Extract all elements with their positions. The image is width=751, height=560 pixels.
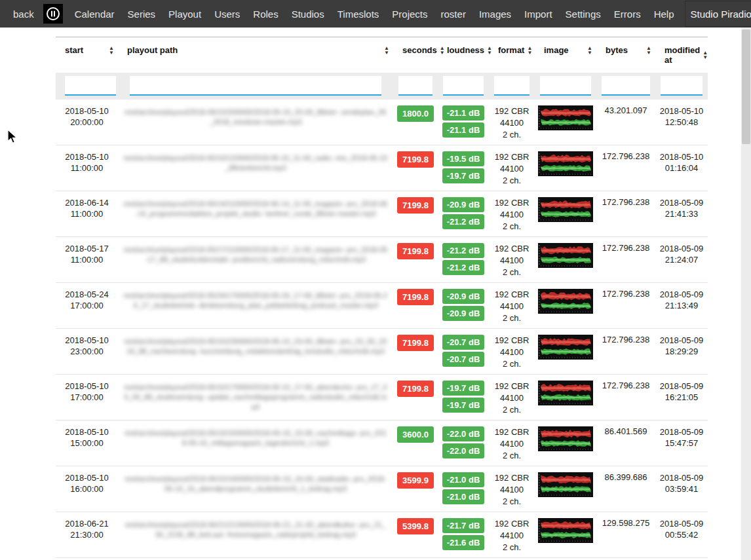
- column-header-modified-at[interactable]: modified at ▲▼: [655, 37, 708, 73]
- filter-input-loudness[interactable]: [443, 76, 484, 96]
- loudness-badge: -20.7 dB: [442, 335, 484, 350]
- nav-item-calendar[interactable]: Calendar: [68, 9, 121, 20]
- nav-item-series[interactable]: Series: [121, 9, 163, 20]
- loudness-badge: -20.9 dB: [442, 306, 484, 321]
- format-cell: 192 CBR441002 ch.: [489, 558, 535, 560]
- loudness-badge: -19.5 dB: [442, 151, 484, 166]
- format-cell: 192 CBR441002 ch.: [489, 466, 535, 512]
- image-cell: [535, 558, 596, 560]
- loudness-cell: -20.9 dB-21.2 dB: [438, 191, 489, 237]
- column-header-bytes[interactable]: bytes ▲▼: [596, 37, 655, 73]
- filter-input-format[interactable]: [494, 76, 530, 96]
- waveform-thumbnail[interactable]: [538, 243, 593, 268]
- filter-row: [56, 73, 708, 100]
- bytes-cell: 86.401.569: [596, 420, 655, 466]
- table-header-row: start ▲▼ playout path ▲▼ seconds ▲▼ loud…: [56, 37, 708, 73]
- column-label: modified at: [664, 45, 700, 65]
- waveform-thumbnail[interactable]: [538, 197, 593, 222]
- seconds-cell: 3600.0: [393, 420, 438, 466]
- playout-path-cell: mnt/archive/playout/2018-06/14/110000/20…: [118, 191, 393, 237]
- playout-table-area: start ▲▼ playout path ▲▼ seconds ▲▼ loud…: [56, 37, 708, 560]
- modified-at-cell: 2018-05-0921:24:07: [655, 237, 708, 283]
- waveform-thumbnail[interactable]: [538, 472, 593, 497]
- nav-item-studios[interactable]: Studios: [285, 9, 331, 20]
- seconds-badge: 7199.8: [397, 381, 434, 397]
- nav-item-settings[interactable]: Settings: [559, 9, 607, 20]
- playout-path-cell: mnt/archive/playout/2018-05/17/110000/20…: [118, 237, 393, 283]
- nav-item-projects[interactable]: Projects: [385, 9, 434, 20]
- loudness-badge: -21.7 dB: [442, 518, 484, 533]
- column-header-playout-path[interactable]: playout path ▲▼: [118, 37, 393, 73]
- loudness-badge: -21.2 dB: [442, 260, 484, 275]
- loudness-cell: -19.7 dB-19.7 dB: [438, 375, 489, 420]
- nav-back[interactable]: back: [0, 9, 41, 20]
- column-label: playout path: [127, 45, 178, 55]
- image-cell: [535, 512, 596, 558]
- waveform-thumbnail[interactable]: [538, 105, 593, 130]
- nav-item-images[interactable]: Images: [472, 9, 518, 20]
- nav-item-users[interactable]: Users: [208, 9, 246, 20]
- filter-input-modified-at[interactable]: [661, 76, 703, 96]
- start-cell: 2018-05-1711:00:00: [56, 237, 118, 283]
- modified-at-cell: 2018-05-0918:29:29: [655, 329, 708, 375]
- filter-input-seconds[interactable]: [398, 76, 433, 96]
- vertical-scrollbar[interactable]: [741, 28, 751, 560]
- waveform-thumbnail[interactable]: [538, 518, 593, 543]
- nav-item-playout[interactable]: Playout: [162, 9, 208, 20]
- playout-path-cell: mnt/archive/playout/2018-05/24/170000/20…: [118, 283, 393, 329]
- nav-item-errors[interactable]: Errors: [607, 9, 647, 20]
- loudness-cell: -20.7 dB-20.7 dB: [438, 329, 489, 375]
- table-row: 2018-05-1011:00:00 mnt/archive/playout/2…: [56, 145, 708, 191]
- loudness-cell: -21.2 dB-21.2 dB: [438, 237, 489, 283]
- seconds-cell: 3599.9: [393, 466, 438, 512]
- seconds-cell: 1800.0: [393, 100, 438, 145]
- filter-input-bytes[interactable]: [602, 76, 650, 96]
- bytes-cell: 86.399.686: [596, 466, 655, 512]
- waveform-thumbnail[interactable]: [538, 381, 593, 405]
- playout-path-blurred-text: mnt/archive/playout/2018-05/10/160000/20…: [118, 472, 393, 494]
- playout-path-cell: mnt/archive/playout/2018-05/10/110000/20…: [118, 145, 393, 191]
- format-cell: 192 CBR441002 ch.: [489, 237, 535, 283]
- waveform-thumbnail[interactable]: [538, 151, 593, 176]
- filter-input-start[interactable]: [65, 76, 116, 96]
- table-row: 2018-05-1016:00:00 mnt/archive/playout/2…: [56, 466, 708, 512]
- loudness-badge: -21.1 dB: [442, 105, 484, 121]
- pause-logo-icon[interactable]: [43, 4, 63, 24]
- waveform-thumbnail[interactable]: [538, 289, 593, 314]
- nav-item-timeslots[interactable]: Timeslots: [331, 9, 386, 20]
- column-label: image: [544, 45, 569, 55]
- nav-item-roster[interactable]: roster: [434, 9, 472, 20]
- image-cell: [535, 145, 596, 191]
- column-header-image[interactable]: image ▲▼: [535, 37, 596, 73]
- loudness-badge: -19.7 dB: [442, 168, 484, 183]
- seconds-cell: 7199.8: [393, 283, 438, 329]
- loudness-badge: -19.7 dB: [442, 398, 484, 413]
- filter-input-playout-path[interactable]: [130, 76, 381, 96]
- image-cell: [535, 191, 596, 237]
- loudness-badge: -21.2 dB: [442, 214, 484, 229]
- table-row: 2018-05-2417:00:00 mnt/archive/playout/2…: [56, 283, 708, 329]
- column-header-start[interactable]: start ▲▼: [56, 37, 118, 73]
- scrollbar-thumb[interactable]: [742, 29, 750, 144]
- playout-path-cell: mnt/archive/playout/2018-05/10/230000/20…: [118, 329, 393, 375]
- column-header-loudness[interactable]: loudness ▲▼: [438, 37, 489, 73]
- nav-item-help[interactable]: Help: [647, 9, 681, 20]
- bytes-cell: 129.598.275: [596, 512, 655, 558]
- table-row: 2018-05-1015:00:00 mnt/archive/playout/2…: [56, 420, 708, 466]
- waveform-thumbnail[interactable]: [538, 335, 593, 360]
- playout-path-cell: mnt/archive/playout/2018-06/21/100000/20…: [118, 558, 393, 560]
- loudness-cell: -20.9 dB-20.9 dB: [438, 283, 489, 329]
- nav-item-import[interactable]: Import: [518, 9, 559, 20]
- bytes-cell: 172.796.238: [596, 329, 655, 375]
- nav-item-roles[interactable]: Roles: [246, 9, 284, 20]
- filter-input-image[interactable]: [540, 76, 591, 96]
- loudness-cell: -21.7 dB-21.6 dB: [438, 512, 489, 558]
- waveform-thumbnail[interactable]: [538, 426, 593, 451]
- start-cell: 2018-05-1020:00:00: [56, 100, 118, 145]
- column-header-seconds[interactable]: seconds ▲▼: [393, 37, 438, 73]
- column-header-format[interactable]: format ▲▼: [489, 37, 535, 73]
- studio-select[interactable]: Studio Piradio ▼: [685, 1, 751, 27]
- start-cell: 2018-05-1017:00:00: [56, 375, 118, 420]
- image-cell: [535, 375, 596, 420]
- image-cell: [535, 100, 596, 145]
